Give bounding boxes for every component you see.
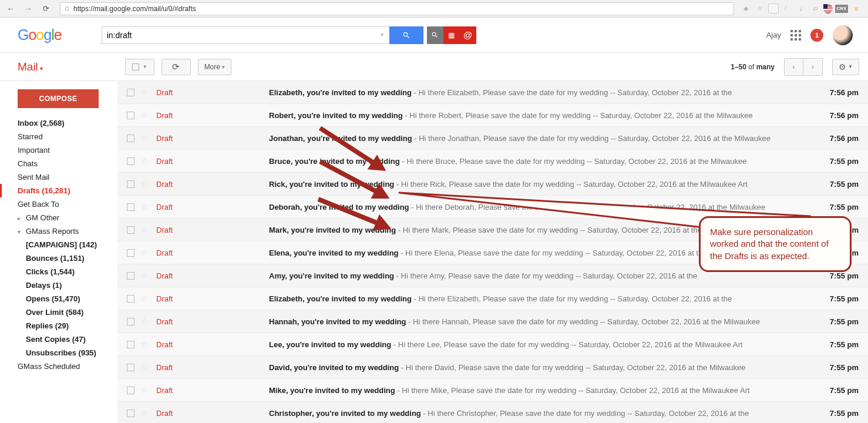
select-all-button[interactable]: ▼ <box>125 59 154 75</box>
email-row[interactable]: ☆DraftJonathan, you're invited to my wed… <box>117 127 868 150</box>
gmass-at-button[interactable]: @ <box>460 26 476 44</box>
crescent-icon[interactable]: ☾ <box>781 4 793 14</box>
row-checkbox[interactable] <box>127 409 134 417</box>
star-icon[interactable]: ☆ <box>140 293 148 304</box>
sidebar-item[interactable]: Drafts (16,281) <box>0 184 117 197</box>
star-icon[interactable]: ☆ <box>140 362 148 372</box>
email-row[interactable]: ☆DraftHannah, you're invited to my weddi… <box>117 310 868 333</box>
google-logo[interactable]: Google <box>18 26 62 43</box>
next-page-button[interactable]: › <box>803 59 822 75</box>
star-icon[interactable]: ☆ <box>140 224 148 235</box>
row-checkbox[interactable] <box>127 226 134 234</box>
sidebar-item[interactable]: Inbox (2,568) <box>0 116 117 130</box>
email-row[interactable]: ☆DraftElena, you're invited to my weddin… <box>117 241 868 264</box>
row-checkbox[interactable] <box>127 157 134 165</box>
star-icon[interactable]: ☆ <box>140 316 148 327</box>
address-bar[interactable]: 🗋 <box>60 2 734 15</box>
row-checkbox[interactable] <box>127 341 134 348</box>
sidebar-item[interactable]: GMass Scheduled <box>0 360 117 373</box>
star-icon[interactable]: ☆ <box>754 4 766 14</box>
sidebar-item[interactable]: ▸GM Other <box>0 211 117 224</box>
star-icon[interactable]: ☆ <box>140 385 148 395</box>
email-row[interactable]: ☆DraftElizabeth, you're invited to my we… <box>117 287 868 310</box>
row-checkbox[interactable] <box>127 203 134 211</box>
row-checkbox[interactable] <box>127 180 134 188</box>
star-icon[interactable]: ☆ <box>140 133 148 143</box>
email-row[interactable]: ☆DraftMike, you're invited to my wedding… <box>117 379 868 402</box>
more-button[interactable]: More <box>198 59 231 75</box>
star-icon[interactable]: ☆ <box>140 87 148 98</box>
url-input[interactable] <box>73 5 730 13</box>
star-icon[interactable]: ☆ <box>140 339 148 350</box>
prev-page-button[interactable]: ‹ <box>785 59 803 75</box>
gmass-search-button[interactable] <box>427 26 443 44</box>
sidebar-item[interactable]: Bounces (1,151) <box>0 251 117 265</box>
email-row[interactable]: ☆DraftLee, you're invited to my wedding … <box>117 333 868 356</box>
star-icon[interactable]: ☆ <box>140 202 148 212</box>
row-checkbox[interactable] <box>127 112 134 119</box>
sidebar-item[interactable]: Starred <box>0 130 117 143</box>
star-icon[interactable]: ☆ <box>140 247 148 258</box>
reload-button[interactable]: ⟳ <box>39 2 53 16</box>
star-icon[interactable]: ☆ <box>140 156 148 166</box>
row-checkbox[interactable] <box>127 387 134 394</box>
email-row[interactable]: ☆DraftAmy, you're invited to my wedding … <box>117 264 868 287</box>
sidebar-item[interactable]: Sent Mail <box>0 170 117 184</box>
email-row[interactable]: ☆DraftChristopher, you're invited to my … <box>117 402 868 423</box>
star-icon[interactable]: ☆ <box>140 408 148 418</box>
sidebar-item[interactable]: Sent Copies (47) <box>0 333 117 346</box>
star-icon[interactable]: ☆ <box>140 110 148 120</box>
mail-dropdown[interactable]: Mail <box>18 61 43 73</box>
row-checkbox[interactable] <box>127 318 134 325</box>
notification-badge[interactable]: 1 <box>810 29 823 42</box>
sidebar-item[interactable]: Unsubscribes (935) <box>0 346 117 360</box>
us-flag-icon[interactable] <box>823 4 833 14</box>
sidebar-item[interactable]: ▾GMass Reports <box>0 224 117 238</box>
avatar[interactable] <box>833 25 853 45</box>
search-input[interactable] <box>107 31 374 40</box>
back-button[interactable]: ← <box>4 2 18 16</box>
email-row[interactable]: ☆DraftDavid, you're invited to my weddin… <box>117 356 868 379</box>
cloud-icon[interactable]: ▱ <box>809 4 821 14</box>
search-dropdown-icon[interactable]: ▼ <box>373 32 384 38</box>
email-row[interactable]: ☆DraftBruce, you're invited to my weddin… <box>117 150 868 173</box>
diamond-icon[interactable]: ◈ <box>740 4 752 14</box>
star-icon[interactable]: ☆ <box>140 270 148 281</box>
sidebar-item[interactable]: Clicks (1,544) <box>0 265 117 278</box>
search-button[interactable] <box>389 26 423 44</box>
sidebar-item[interactable]: [CAMPAIGNS] (142) <box>0 238 117 251</box>
menu-icon[interactable]: ≡ <box>850 4 862 14</box>
crx-badge[interactable]: CRX <box>835 5 848 13</box>
row-checkbox[interactable] <box>127 295 134 303</box>
sidebar-item[interactable]: Important <box>0 143 117 157</box>
email-row[interactable]: ☆DraftElizabeth, you're invited to my we… <box>117 81 868 104</box>
email-row[interactable]: ☆DraftMark, you're invited to my wedding… <box>117 219 868 241</box>
gmass-sheets-button[interactable]: ▦ <box>443 26 460 44</box>
sidebar-item[interactable]: Opens (51,470) <box>0 292 117 306</box>
settings-button[interactable]: ⚙ ▼ <box>832 59 859 75</box>
sidebar-item[interactable]: Over Limit (584) <box>0 306 117 319</box>
sidebar-item[interactable]: Chats <box>0 157 117 170</box>
ext-icon-1[interactable] <box>768 4 779 14</box>
email-row[interactable]: ☆DraftRobert, you're invited to my weddi… <box>117 104 868 127</box>
row-checkbox[interactable] <box>127 135 134 142</box>
search-box[interactable]: ▼ <box>102 26 389 44</box>
row-subject: Lee, you're invited to my wedding - Hi t… <box>269 340 817 349</box>
compose-button[interactable]: COMPOSE <box>18 89 99 108</box>
sidebar-item[interactable]: Replies (29) <box>0 319 117 333</box>
user-name[interactable]: Ajay <box>766 31 781 39</box>
row-subject: Mike, you're invited to my wedding - Hi … <box>269 386 817 395</box>
row-checkbox[interactable] <box>127 272 134 280</box>
email-row[interactable]: ☆DraftDeborah, you're invited to my wedd… <box>117 196 868 219</box>
sidebar-item[interactable]: Delays (1) <box>0 278 117 292</box>
apps-icon[interactable] <box>790 30 801 41</box>
row-checkbox[interactable] <box>127 89 134 96</box>
info-icon[interactable]: i <box>795 4 807 14</box>
row-checkbox[interactable] <box>127 249 134 257</box>
forward-button[interactable]: → <box>21 2 35 16</box>
refresh-button[interactable]: ⟳ <box>162 59 191 75</box>
row-checkbox[interactable] <box>127 364 134 371</box>
email-row[interactable]: ☆DraftRick, you're invited to my wedding… <box>117 173 868 196</box>
sidebar-item[interactable]: Get Back To <box>0 197 117 211</box>
star-icon[interactable]: ☆ <box>140 179 148 189</box>
